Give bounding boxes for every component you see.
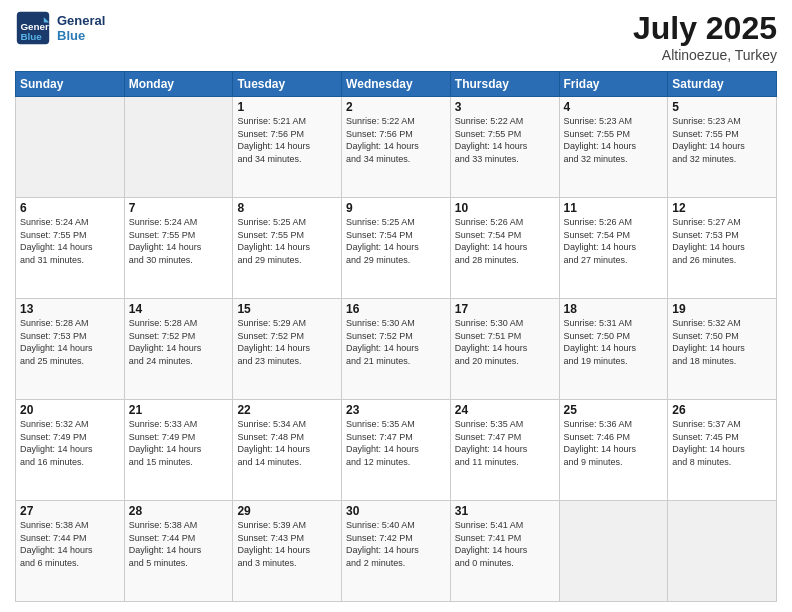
day-number: 6 xyxy=(20,201,120,215)
day-number: 28 xyxy=(129,504,229,518)
calendar-cell: 7Sunrise: 5:24 AM Sunset: 7:55 PM Daylig… xyxy=(124,198,233,299)
calendar-cell: 11Sunrise: 5:26 AM Sunset: 7:54 PM Dayli… xyxy=(559,198,668,299)
day-detail: Sunrise: 5:27 AM Sunset: 7:53 PM Dayligh… xyxy=(672,216,772,266)
day-number: 9 xyxy=(346,201,446,215)
weekday-saturday: Saturday xyxy=(668,72,777,97)
svg-text:Blue: Blue xyxy=(20,31,42,42)
page: General Blue General Blue July 2025 Alti… xyxy=(0,0,792,612)
day-detail: Sunrise: 5:31 AM Sunset: 7:50 PM Dayligh… xyxy=(564,317,664,367)
day-number: 15 xyxy=(237,302,337,316)
calendar-week-5: 27Sunrise: 5:38 AM Sunset: 7:44 PM Dayli… xyxy=(16,501,777,602)
day-number: 17 xyxy=(455,302,555,316)
calendar-cell: 6Sunrise: 5:24 AM Sunset: 7:55 PM Daylig… xyxy=(16,198,125,299)
day-number: 4 xyxy=(564,100,664,114)
calendar-cell: 27Sunrise: 5:38 AM Sunset: 7:44 PM Dayli… xyxy=(16,501,125,602)
day-detail: Sunrise: 5:37 AM Sunset: 7:45 PM Dayligh… xyxy=(672,418,772,468)
logo-icon: General Blue xyxy=(15,10,51,46)
calendar-cell: 21Sunrise: 5:33 AM Sunset: 7:49 PM Dayli… xyxy=(124,400,233,501)
day-detail: Sunrise: 5:39 AM Sunset: 7:43 PM Dayligh… xyxy=(237,519,337,569)
day-detail: Sunrise: 5:22 AM Sunset: 7:56 PM Dayligh… xyxy=(346,115,446,165)
logo-text: General Blue xyxy=(57,13,105,43)
day-detail: Sunrise: 5:24 AM Sunset: 7:55 PM Dayligh… xyxy=(129,216,229,266)
day-detail: Sunrise: 5:33 AM Sunset: 7:49 PM Dayligh… xyxy=(129,418,229,468)
day-number: 10 xyxy=(455,201,555,215)
day-detail: Sunrise: 5:21 AM Sunset: 7:56 PM Dayligh… xyxy=(237,115,337,165)
day-detail: Sunrise: 5:35 AM Sunset: 7:47 PM Dayligh… xyxy=(455,418,555,468)
calendar-cell: 23Sunrise: 5:35 AM Sunset: 7:47 PM Dayli… xyxy=(342,400,451,501)
weekday-sunday: Sunday xyxy=(16,72,125,97)
calendar-cell: 3Sunrise: 5:22 AM Sunset: 7:55 PM Daylig… xyxy=(450,97,559,198)
day-detail: Sunrise: 5:29 AM Sunset: 7:52 PM Dayligh… xyxy=(237,317,337,367)
calendar-cell: 12Sunrise: 5:27 AM Sunset: 7:53 PM Dayli… xyxy=(668,198,777,299)
calendar-week-1: 1Sunrise: 5:21 AM Sunset: 7:56 PM Daylig… xyxy=(16,97,777,198)
day-number: 18 xyxy=(564,302,664,316)
calendar-cell: 26Sunrise: 5:37 AM Sunset: 7:45 PM Dayli… xyxy=(668,400,777,501)
day-detail: Sunrise: 5:41 AM Sunset: 7:41 PM Dayligh… xyxy=(455,519,555,569)
day-detail: Sunrise: 5:25 AM Sunset: 7:55 PM Dayligh… xyxy=(237,216,337,266)
calendar-table: SundayMondayTuesdayWednesdayThursdayFrid… xyxy=(15,71,777,602)
header: General Blue General Blue July 2025 Alti… xyxy=(15,10,777,63)
day-detail: Sunrise: 5:32 AM Sunset: 7:49 PM Dayligh… xyxy=(20,418,120,468)
day-number: 27 xyxy=(20,504,120,518)
day-number: 11 xyxy=(564,201,664,215)
calendar-cell: 15Sunrise: 5:29 AM Sunset: 7:52 PM Dayli… xyxy=(233,299,342,400)
day-detail: Sunrise: 5:22 AM Sunset: 7:55 PM Dayligh… xyxy=(455,115,555,165)
weekday-wednesday: Wednesday xyxy=(342,72,451,97)
calendar-cell: 10Sunrise: 5:26 AM Sunset: 7:54 PM Dayli… xyxy=(450,198,559,299)
day-detail: Sunrise: 5:36 AM Sunset: 7:46 PM Dayligh… xyxy=(564,418,664,468)
calendar-cell: 2Sunrise: 5:22 AM Sunset: 7:56 PM Daylig… xyxy=(342,97,451,198)
day-number: 16 xyxy=(346,302,446,316)
calendar-cell: 20Sunrise: 5:32 AM Sunset: 7:49 PM Dayli… xyxy=(16,400,125,501)
day-number: 30 xyxy=(346,504,446,518)
calendar-cell: 30Sunrise: 5:40 AM Sunset: 7:42 PM Dayli… xyxy=(342,501,451,602)
weekday-tuesday: Tuesday xyxy=(233,72,342,97)
day-detail: Sunrise: 5:28 AM Sunset: 7:52 PM Dayligh… xyxy=(129,317,229,367)
day-number: 31 xyxy=(455,504,555,518)
calendar-cell: 24Sunrise: 5:35 AM Sunset: 7:47 PM Dayli… xyxy=(450,400,559,501)
day-detail: Sunrise: 5:25 AM Sunset: 7:54 PM Dayligh… xyxy=(346,216,446,266)
day-number: 1 xyxy=(237,100,337,114)
day-detail: Sunrise: 5:28 AM Sunset: 7:53 PM Dayligh… xyxy=(20,317,120,367)
calendar-cell: 14Sunrise: 5:28 AM Sunset: 7:52 PM Dayli… xyxy=(124,299,233,400)
calendar-cell: 8Sunrise: 5:25 AM Sunset: 7:55 PM Daylig… xyxy=(233,198,342,299)
day-number: 2 xyxy=(346,100,446,114)
day-detail: Sunrise: 5:30 AM Sunset: 7:51 PM Dayligh… xyxy=(455,317,555,367)
calendar-cell: 16Sunrise: 5:30 AM Sunset: 7:52 PM Dayli… xyxy=(342,299,451,400)
calendar-cell: 25Sunrise: 5:36 AM Sunset: 7:46 PM Dayli… xyxy=(559,400,668,501)
day-detail: Sunrise: 5:24 AM Sunset: 7:55 PM Dayligh… xyxy=(20,216,120,266)
day-detail: Sunrise: 5:30 AM Sunset: 7:52 PM Dayligh… xyxy=(346,317,446,367)
calendar-cell: 13Sunrise: 5:28 AM Sunset: 7:53 PM Dayli… xyxy=(16,299,125,400)
day-detail: Sunrise: 5:26 AM Sunset: 7:54 PM Dayligh… xyxy=(564,216,664,266)
day-detail: Sunrise: 5:23 AM Sunset: 7:55 PM Dayligh… xyxy=(564,115,664,165)
day-number: 29 xyxy=(237,504,337,518)
calendar-cell: 31Sunrise: 5:41 AM Sunset: 7:41 PM Dayli… xyxy=(450,501,559,602)
day-detail: Sunrise: 5:34 AM Sunset: 7:48 PM Dayligh… xyxy=(237,418,337,468)
calendar-cell: 9Sunrise: 5:25 AM Sunset: 7:54 PM Daylig… xyxy=(342,198,451,299)
calendar-cell xyxy=(16,97,125,198)
weekday-thursday: Thursday xyxy=(450,72,559,97)
day-detail: Sunrise: 5:26 AM Sunset: 7:54 PM Dayligh… xyxy=(455,216,555,266)
day-number: 19 xyxy=(672,302,772,316)
weekday-monday: Monday xyxy=(124,72,233,97)
day-number: 5 xyxy=(672,100,772,114)
day-detail: Sunrise: 5:23 AM Sunset: 7:55 PM Dayligh… xyxy=(672,115,772,165)
calendar-week-4: 20Sunrise: 5:32 AM Sunset: 7:49 PM Dayli… xyxy=(16,400,777,501)
day-detail: Sunrise: 5:32 AM Sunset: 7:50 PM Dayligh… xyxy=(672,317,772,367)
calendar-cell: 17Sunrise: 5:30 AM Sunset: 7:51 PM Dayli… xyxy=(450,299,559,400)
day-detail: Sunrise: 5:38 AM Sunset: 7:44 PM Dayligh… xyxy=(129,519,229,569)
day-number: 12 xyxy=(672,201,772,215)
calendar-cell: 1Sunrise: 5:21 AM Sunset: 7:56 PM Daylig… xyxy=(233,97,342,198)
calendar-cell: 5Sunrise: 5:23 AM Sunset: 7:55 PM Daylig… xyxy=(668,97,777,198)
calendar-cell xyxy=(668,501,777,602)
month-title: July 2025 xyxy=(633,10,777,47)
calendar-cell: 28Sunrise: 5:38 AM Sunset: 7:44 PM Dayli… xyxy=(124,501,233,602)
day-number: 14 xyxy=(129,302,229,316)
day-detail: Sunrise: 5:35 AM Sunset: 7:47 PM Dayligh… xyxy=(346,418,446,468)
day-number: 13 xyxy=(20,302,120,316)
calendar-week-2: 6Sunrise: 5:24 AM Sunset: 7:55 PM Daylig… xyxy=(16,198,777,299)
day-number: 23 xyxy=(346,403,446,417)
day-detail: Sunrise: 5:38 AM Sunset: 7:44 PM Dayligh… xyxy=(20,519,120,569)
weekday-friday: Friday xyxy=(559,72,668,97)
weekday-header-row: SundayMondayTuesdayWednesdayThursdayFrid… xyxy=(16,72,777,97)
day-number: 7 xyxy=(129,201,229,215)
